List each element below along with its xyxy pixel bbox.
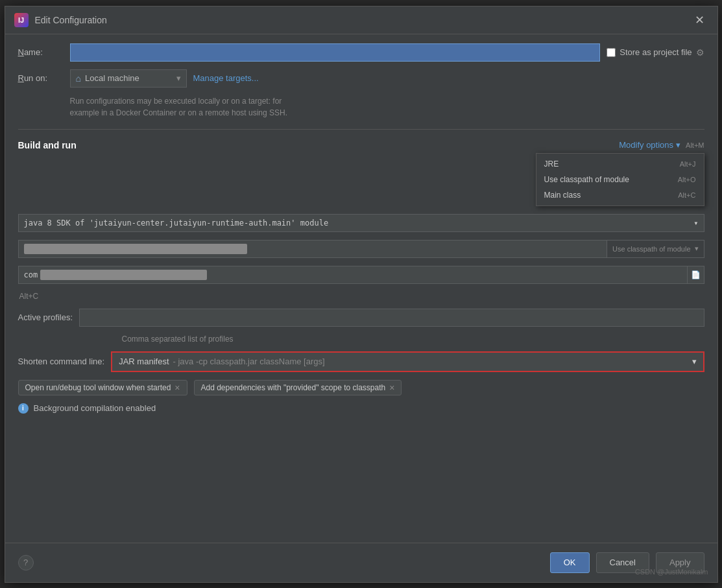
menu-item-main-class[interactable]: Main class Alt+C: [536, 187, 704, 203]
ok-button[interactable]: OK: [550, 552, 590, 573]
name-row: Name: Store as project file ⚙: [18, 43, 704, 62]
shorten-command-line-row: Shorten command line: JAR manifest - jav…: [18, 351, 704, 372]
shorten-value-main: JAR manifest: [119, 357, 169, 366]
active-profiles-input[interactable]: [79, 309, 704, 327]
menu-item-classpath[interactable]: Use classpath of module Alt+O: [536, 172, 704, 187]
main-class-browse-button[interactable]: 📄: [688, 266, 704, 284]
store-gear-icon[interactable]: ⚙: [696, 47, 704, 58]
bg-compilation-row: i Background compilation enabled: [18, 403, 704, 414]
shorten-command-line-dropdown[interactable]: JAR manifest - java -cp classpath.jar cl…: [111, 351, 704, 372]
build-run-title: Build and run: [18, 140, 77, 150]
menu-item-classpath-shortcut: Alt+O: [678, 176, 696, 183]
sdk-value: java 8 SDK of 'jutaiyun-center.jutaiyun-…: [24, 218, 329, 228]
menu-item-jre-shortcut: Alt+J: [680, 160, 696, 168]
menu-item-jre-label: JRE: [544, 159, 559, 169]
sdk-row: java 8 SDK of 'jutaiyun-center.jutaiyun-…: [18, 214, 704, 232]
use-classpath-arrow: ▾: [695, 244, 699, 253]
menu-item-classpath-label: Use classpath of module: [544, 175, 629, 184]
tag-add-dependencies-close[interactable]: ×: [389, 383, 394, 392]
menu-item-main-class-label: Main class: [544, 191, 581, 200]
name-input[interactable]: [70, 43, 601, 62]
shorten-command-line-label: Shorten command line:: [18, 357, 105, 366]
dialog-title: Edit Configuration: [35, 15, 684, 25]
edit-configuration-dialog: IJ Edit Configuration ✕ Name: Store as p…: [5, 6, 718, 583]
close-button[interactable]: ✕: [691, 13, 708, 27]
main-class-blurred: ███████████████████████████████████: [40, 270, 207, 280]
profiles-hint: Comma separated list of profiles: [18, 335, 704, 344]
tag-open-run-debug: Open run/debug tool window when started …: [18, 380, 187, 395]
tag-add-dependencies-label: Add dependencies with "provided" scope t…: [201, 383, 386, 392]
menu-item-main-class-shortcut: Alt+C: [678, 191, 695, 199]
footer-left: ?: [18, 555, 34, 570]
classpath-blurred: ████████████████████████████████████████: [24, 244, 247, 254]
run-on-dropdown[interactable]: ⌂ Local machine ▾: [70, 69, 187, 88]
shorten-dropdown-arrow: ▾: [692, 357, 697, 366]
active-profiles-row: Active profiles:: [18, 309, 704, 327]
store-project-file-row: Store as project file ⚙: [607, 47, 704, 58]
classpath-input[interactable]: ████████████████████████████████████████: [18, 240, 608, 258]
name-label: Name:: [18, 47, 64, 57]
main-class-input[interactable]: com ███████████████████████████████████: [18, 266, 688, 284]
watermark: CSDN @JustMonikalm: [635, 568, 708, 576]
manage-targets-link[interactable]: Manage targets...: [193, 73, 259, 83]
alt-c-label: Alt+C: [18, 292, 704, 301]
run-on-value: Local machine: [85, 73, 139, 83]
run-on-arrow: ▾: [176, 73, 181, 83]
run-on-row: Run on: ⌂ Local machine ▾ Manage targets…: [18, 69, 704, 88]
shorten-value-desc: - java -cp classpath.jar className [args…: [173, 357, 325, 366]
sdk-arrow: ▾: [693, 218, 698, 228]
use-classpath-label: Use classpath of module: [612, 245, 690, 253]
classpath-row: ████████████████████████████████████████…: [18, 240, 704, 258]
tags-row: Open run/debug tool window when started …: [18, 380, 704, 395]
content-spacer: [18, 421, 704, 534]
run-on-label: Run on:: [18, 73, 64, 83]
active-profiles-label: Active profiles:: [18, 312, 73, 322]
divider-1: [18, 129, 704, 130]
main-class-row: com ███████████████████████████████████ …: [18, 266, 704, 284]
dialog-content: Name: Store as project file ⚙ Run on: ⌂ …: [5, 34, 717, 543]
run-hint: Run configurations may be executed local…: [18, 95, 704, 119]
use-classpath-dropdown[interactable]: Use classpath of module ▾: [607, 240, 704, 258]
tag-add-dependencies: Add dependencies with "provided" scope t…: [194, 380, 402, 395]
store-project-file-label: Store as project file: [620, 47, 692, 57]
tag-open-run-debug-close[interactable]: ×: [174, 383, 180, 392]
dialog-footer: ? OK Cancel Apply: [5, 543, 717, 582]
modify-options-dropdown: JRE Alt+J Use classpath of module Alt+O …: [536, 153, 704, 206]
modify-options-button[interactable]: Modify options ▾ Alt+M: [619, 140, 704, 150]
bg-compilation-text: Background compilation enabled: [34, 403, 156, 413]
help-button[interactable]: ?: [18, 555, 34, 570]
app-icon: IJ: [14, 13, 29, 27]
bg-compilation-info-icon: i: [18, 403, 29, 414]
menu-item-jre[interactable]: JRE Alt+J: [536, 156, 704, 172]
home-icon: ⌂: [76, 73, 81, 84]
store-project-file-checkbox[interactable]: [607, 48, 616, 57]
build-run-header: Build and run Modify options ▾ Alt+M: [18, 140, 704, 150]
sdk-dropdown[interactable]: java 8 SDK of 'jutaiyun-center.jutaiyun-…: [18, 214, 704, 232]
title-bar: IJ Edit Configuration ✕: [5, 6, 717, 34]
tag-open-run-debug-label: Open run/debug tool window when started: [25, 383, 171, 392]
